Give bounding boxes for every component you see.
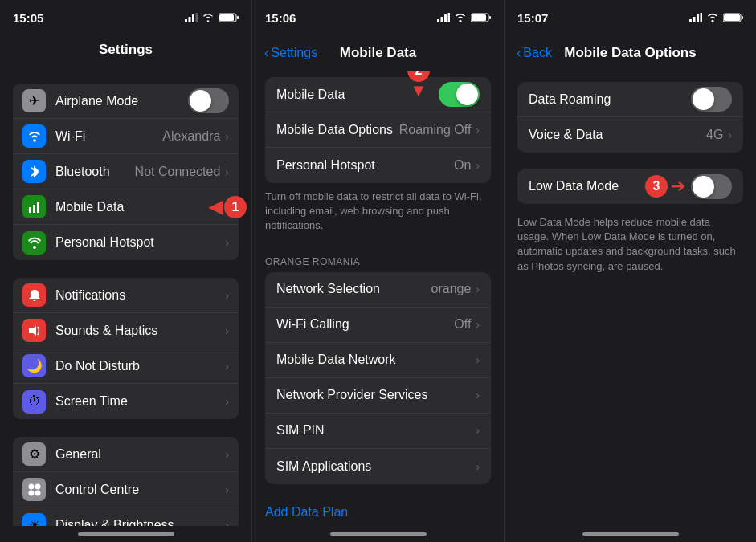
add-data-plan[interactable]: Add Data Plan <box>252 495 504 526</box>
back-label-3: Back <box>523 46 552 60</box>
signal-icon-2 <box>437 13 450 22</box>
network-provider-item[interactable]: Network Provider Services › <box>265 378 491 414</box>
personal-hotspot-item[interactable]: Personal Hotspot › <box>13 225 239 260</box>
mobile-data-options-item[interactable]: Mobile Data Options Roaming Off › <box>265 112 491 148</box>
voice-data-label: Voice & Data <box>529 128 706 142</box>
notifications-icon <box>22 283 46 307</box>
back-chevron-3: ‹ <box>517 46 521 60</box>
bluetooth-value: Not Connected <box>135 165 221 179</box>
sim-pin-chevron: › <box>476 424 480 437</box>
svg-rect-45 <box>742 16 743 19</box>
network-provider-chevron: › <box>476 389 480 401</box>
svg-point-33 <box>459 20 461 22</box>
screentime-chevron: › <box>225 395 229 408</box>
wifi-value: Alexandra <box>162 129 220 144</box>
status-bar-1: 15:05 <box>0 0 251 35</box>
nav-bar-2: ‹ Settings Mobile Data <box>252 35 504 71</box>
screentime-item[interactable]: ⏱ Screen Time › <box>13 384 239 419</box>
sim-pin-item[interactable]: SIM PIN › <box>265 414 491 449</box>
signal-icon <box>185 13 198 22</box>
mobile-data-toggle-item[interactable]: Mobile Data 2 ▼ <box>265 77 491 112</box>
general-item[interactable]: ⚙ General › <box>13 437 239 472</box>
svg-rect-10 <box>33 205 35 213</box>
mobile-data-item[interactable]: Mobile Data ◀ 1 › <box>13 189 239 225</box>
hotspot-chevron: › <box>225 236 229 249</box>
svg-rect-13 <box>33 300 35 301</box>
displaybrightness-item[interactable]: ☀ Display & Brightness › <box>13 507 239 526</box>
signal-icon-3 <box>689 13 702 22</box>
voice-data-chevron: › <box>728 128 732 141</box>
low-data-mode-item[interactable]: Low Data Mode 3 ➔ <box>517 169 743 204</box>
svg-point-17 <box>28 490 34 495</box>
notifications-item[interactable]: Notifications › <box>13 278 239 313</box>
connectivity-group: ✈ Airplane Mode Wi-Fi Alexandra › Blueto… <box>13 84 239 260</box>
bluetooth-label: Bluetooth <box>55 165 135 179</box>
bluetooth-chevron: › <box>225 165 229 178</box>
wifi-calling-label: Wi-Fi Calling <box>276 317 454 332</box>
svg-rect-7 <box>237 16 239 19</box>
hotspot-icon <box>22 231 46 255</box>
airplane-mode-item[interactable]: ✈ Airplane Mode <box>13 84 239 119</box>
notifications-chevron: › <box>225 289 229 302</box>
info-text-2: Turn off mobile data to restrict all dat… <box>252 183 504 243</box>
display-chevron: › <box>225 519 229 527</box>
nav-bar-3: ‹ Back Mobile Data Options <box>505 35 756 71</box>
general-label: General <box>55 447 225 462</box>
low-data-desc: Low Data Mode helps reduce mobile data u… <box>505 209 756 280</box>
svg-rect-6 <box>219 14 234 21</box>
network-selection-label: Network Selection <box>276 282 431 296</box>
svg-rect-38 <box>689 19 692 22</box>
wifi-item[interactable]: Wi-Fi Alexandra › <box>13 119 239 154</box>
voice-data-value: 4G <box>706 128 723 142</box>
general-chevron: › <box>225 448 229 461</box>
svg-marker-14 <box>29 326 36 336</box>
sim-pin-label: SIM PIN <box>276 423 476 438</box>
sim-applications-item[interactable]: SIM Applications › <box>265 449 491 484</box>
svg-rect-36 <box>489 16 491 19</box>
svg-rect-44 <box>724 14 740 21</box>
bluetooth-item[interactable]: Bluetooth Not Connected › <box>13 154 239 189</box>
back-button-2[interactable]: ‹ Settings <box>262 46 317 60</box>
sounds-icon <box>22 319 46 342</box>
personal-hotspot-2-item[interactable]: Personal Hotspot On › <box>265 148 491 183</box>
main-group-2: Mobile Data 2 ▼ Mobile Data Options Roam… <box>265 77 491 183</box>
data-roaming-item[interactable]: Data Roaming <box>517 82 743 117</box>
wifi-calling-value: Off <box>454 317 471 332</box>
general-icon: ⚙ <box>22 442 46 466</box>
battery-icon-2 <box>471 13 491 22</box>
sim-applications-label: SIM Applications <box>276 459 476 474</box>
status-icons-1 <box>185 13 239 22</box>
screentime-label: Screen Time <box>55 394 225 409</box>
notifications-group: Notifications › Sounds & Haptics › 🌙 Do … <box>13 278 239 419</box>
back-button-3[interactable]: ‹ Back <box>514 46 552 60</box>
panel2-scroll: Mobile Data 2 ▼ Mobile Data Options Roam… <box>252 71 504 526</box>
network-selection-item[interactable]: Network Selection orange › <box>265 272 491 308</box>
voice-data-item[interactable]: Voice & Data 4G › <box>517 117 743 153</box>
data-roaming-toggle[interactable] <box>691 87 732 112</box>
controlcentre-chevron: › <box>225 483 229 496</box>
mobile-data-icon <box>22 195 46 218</box>
low-data-mode-toggle[interactable] <box>691 174 732 199</box>
svg-point-12 <box>33 246 36 249</box>
personal-hotspot-2-chevron: › <box>476 159 480 172</box>
screentime-icon: ⏱ <box>22 390 46 414</box>
dnd-item[interactable]: 🌙 Do Not Disturb › <box>13 348 239 384</box>
sounds-item[interactable]: Sounds & Haptics › <box>13 313 239 348</box>
svg-rect-32 <box>448 13 451 22</box>
battery-icon <box>219 13 239 22</box>
svg-point-8 <box>33 139 36 142</box>
svg-rect-11 <box>37 202 39 213</box>
mobile-data-toggle-label: Mobile Data <box>276 88 439 102</box>
mobile-data-toggle[interactable] <box>439 82 480 107</box>
nav-title-3: Mobile Data Options <box>564 45 696 61</box>
mobile-data-network-label: Mobile Data Network <box>276 353 476 367</box>
mobile-data-network-item[interactable]: Mobile Data Network › <box>265 343 491 378</box>
panel3-scroll: Data Roaming Voice & Data 4G › Low Data … <box>505 71 756 526</box>
airplane-toggle[interactable] <box>188 88 229 113</box>
controlcentre-item[interactable]: Control Centre › <box>13 472 239 507</box>
low-data-mode-label: Low Data Mode <box>529 179 691 194</box>
dnd-chevron: › <box>225 360 229 373</box>
time-2: 15:06 <box>265 11 296 25</box>
svg-rect-0 <box>185 19 187 22</box>
wifi-calling-item[interactable]: Wi-Fi Calling Off › <box>265 308 491 343</box>
